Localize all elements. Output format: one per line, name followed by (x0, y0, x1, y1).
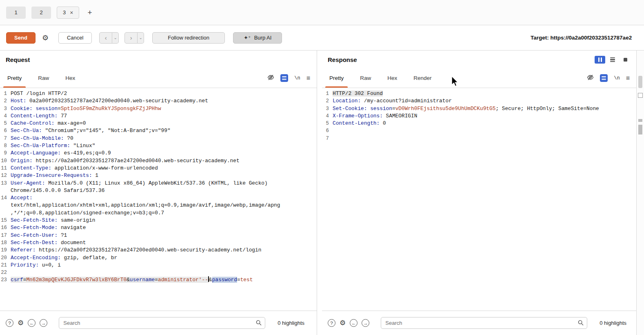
response-search-input[interactable] (381, 317, 587, 329)
code-line[interactable]: 23csrf=Mn62m3mpQEvKJGJFDkvR7w3lxBY6BrT0&… (0, 276, 317, 284)
code-line[interactable]: 21Priority: u=0, i (0, 262, 317, 269)
code-segment: SAMEORIGIN (383, 113, 417, 119)
help-icon[interactable]: ? (6, 319, 13, 327)
code-line[interactable]: 15Sec-Fetch-Site: same-origin (0, 217, 317, 224)
editor-menu-icon[interactable]: ≡ (626, 75, 630, 82)
code-line[interactable]: 4Content-Length: 77 (0, 112, 317, 120)
code-segment: Sec-Ch-Ua-Mobile: (11, 135, 64, 141)
line-number (0, 202, 11, 209)
request-tab-pretty[interactable]: Pretty (7, 68, 22, 88)
search-next-icon[interactable]: → (362, 319, 369, 327)
help-icon[interactable]: ? (328, 319, 335, 327)
response-tab-raw[interactable]: Raw (360, 68, 371, 88)
sparkle-icon: ✦⁺ (244, 35, 251, 41)
code-line[interactable]: 1HTTP/2 302 Found (322, 90, 636, 97)
layout-columns-button[interactable] (595, 56, 605, 64)
code-segment: Content-Length: (333, 120, 380, 126)
code-line[interactable]: 2Location: /my-account?id=administrator (322, 97, 636, 105)
line-number: 5 (0, 120, 11, 127)
code-line[interactable]: 20Accept-Encoding: gzip, deflate, br (0, 254, 317, 262)
code-line[interactable]: 6 (322, 127, 636, 134)
show-newlines-icon[interactable]: \n (294, 75, 300, 81)
burp-ai-button[interactable]: ✦⁺ Burp AI (233, 32, 282, 44)
new-tab-button[interactable]: + (85, 8, 94, 17)
history-forward-dropdown[interactable]: ⌄ (138, 32, 144, 44)
response-tab-pretty[interactable]: Pretty (329, 68, 344, 88)
code-segment: u=0, i (39, 262, 61, 268)
layout-single-button[interactable] (620, 56, 631, 64)
request-search-input[interactable] (59, 317, 265, 329)
code-line[interactable]: 8Sec-Ch-Ua-Platform: "Linux" (0, 142, 317, 150)
response-search-bar: ? ⚙ ← → 0 highlights (322, 311, 636, 335)
response-editor[interactable]: 1HTTP/2 302 Found2Location: /my-account?… (322, 88, 636, 311)
pretty-print-toggle-icon[interactable] (280, 74, 288, 82)
code-line[interactable]: Chrome/145.0.0.0 Safari/537.36 (0, 187, 317, 194)
code-line[interactable]: 17Sec-Fetch-User: ?1 (0, 232, 317, 239)
scrollbar-thumb[interactable] (638, 76, 642, 88)
response-tab-hex[interactable]: Hex (387, 68, 397, 88)
eye-off-icon[interactable] (587, 74, 594, 82)
line-number: 16 (0, 224, 11, 231)
response-tab-render[interactable]: Render (413, 68, 431, 88)
line-number: 1 (0, 90, 11, 97)
send-button[interactable]: Send (6, 32, 36, 44)
chevron-down-icon: ⌄ (139, 35, 142, 40)
history-forward-button[interactable]: › (124, 32, 138, 44)
repeater-tab-2[interactable]: 2 (31, 7, 51, 19)
search-prev-icon[interactable]: ← (28, 319, 36, 327)
show-newlines-icon[interactable]: \n (614, 75, 620, 81)
chevron-right-icon: › (130, 34, 132, 41)
code-line[interactable]: 18Sec-Fetch-Dest: document (0, 239, 317, 247)
code-line[interactable]: 13User-Agent: Mozilla/5.0 (X11; Linux x8… (0, 180, 317, 187)
request-tab-hex[interactable]: Hex (65, 68, 75, 88)
follow-redirection-button[interactable]: Follow redirection (152, 32, 225, 44)
code-segment: Content-Length: (11, 113, 58, 119)
code-line[interactable]: 4X-Frame-Options: SAMEORIGIN (322, 112, 636, 120)
request-editor[interactable]: 1POST /login HTTP/22Host: 0a2a00f2032351… (0, 88, 317, 311)
gear-icon[interactable]: ⚙ (42, 33, 49, 42)
repeater-tab-3[interactable]: 3 × (57, 7, 79, 19)
code-line[interactable]: 1POST /login HTTP/2 (0, 90, 317, 97)
code-segment: csrf (11, 277, 23, 283)
target-label: Target: https://0a2a00f20323512787ae2 (531, 25, 644, 50)
code-line[interactable]: 19Referer: https://0a2a00f20323512787ae2… (0, 247, 317, 254)
pretty-print-toggle-icon[interactable] (600, 74, 608, 82)
code-line[interactable]: 3Cookie: session=SptIooSF9mZhuRkYJSponsg… (0, 105, 317, 112)
code-line[interactable]: 9Accept-Language: es-419,es;q=0.9 (0, 150, 317, 157)
request-tab-raw[interactable]: Raw (38, 68, 49, 88)
response-highlights-count: 0 highlights (600, 320, 626, 326)
code-line[interactable]: 7Sec-Ch-Ua-Mobile: ?0 (0, 135, 317, 142)
layout-rows-button[interactable] (607, 56, 618, 64)
search-settings-icon[interactable]: ⚙ (340, 319, 346, 327)
editor-menu-icon[interactable]: ≡ (306, 75, 310, 82)
search-next-icon[interactable]: → (40, 319, 47, 327)
eye-off-icon[interactable] (267, 74, 274, 82)
code-line[interactable]: 7 (322, 135, 636, 142)
history-back-dropdown[interactable]: ⌄ (112, 32, 119, 44)
code-line[interactable]: text/html,application/xhtml+xml,applicat… (0, 202, 317, 209)
code-line[interactable]: 2Host: 0a2a00f20323512787ae247200ed0040.… (0, 97, 317, 105)
code-line[interactable]: 3Set-Cookie: session=vD0Wrh0FEjsithsu5de… (322, 105, 636, 112)
scroll-marker (638, 125, 642, 134)
response-scrollbar[interactable] (636, 51, 644, 335)
code-line[interactable]: 14Accept: (0, 194, 317, 202)
code-line[interactable]: 12Upgrade-Insecure-Requests: 1 (0, 172, 317, 179)
code-line[interactable]: 5Cache-Control: max-age=0 (0, 120, 317, 127)
search-prev-icon[interactable]: ← (350, 319, 358, 327)
line-number: 3 (322, 105, 333, 112)
code-line[interactable]: 11Content-Type: application/x-www-form-u… (0, 165, 317, 172)
code-line[interactable]: 16Sec-Fetch-Mode: navigate (0, 224, 317, 231)
code-line[interactable]: 5Content-Length: 0 (322, 120, 636, 127)
code-line[interactable]: 10Origin: https://0a2a00f20323512787ae24… (0, 157, 317, 165)
search-settings-icon[interactable]: ⚙ (18, 319, 24, 327)
code-line[interactable]: ,*/*;q=0.8,application/signed-exchange;v… (0, 209, 317, 217)
code-line[interactable]: 6Sec-Ch-Ua: "Chromium";v="145", "Not:A-B… (0, 127, 317, 134)
repeater-tab-1[interactable]: 1 (6, 7, 26, 19)
cancel-button[interactable]: Cancel (58, 32, 92, 44)
line-number: 9 (0, 150, 11, 157)
code-segment: & (127, 277, 130, 283)
code-segment: Cache-Control: (11, 120, 55, 126)
code-line[interactable]: 22 (0, 269, 317, 276)
history-back-button[interactable]: ‹ (99, 32, 112, 44)
close-tab-icon[interactable]: × (70, 10, 73, 15)
